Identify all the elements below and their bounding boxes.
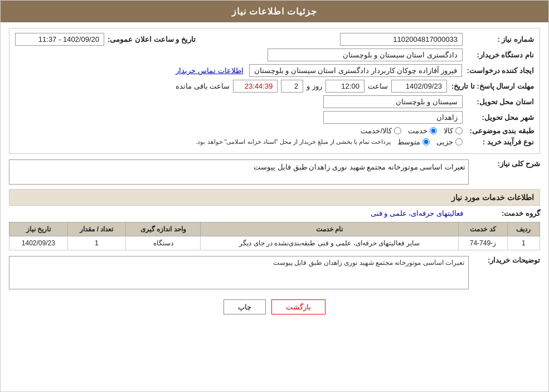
sharh-label: شرح کلی نیاز: xyxy=(473,159,540,168)
table-row: 1 ز-749-74 سایر فعالیتهای حرفه‌ای، علمی … xyxy=(9,236,540,250)
khadamat-title: اطلاعات خدمات مورد نیاز xyxy=(9,189,540,206)
dastgah-value: دادگستری استان سیستان و بلوچستان xyxy=(268,49,463,61)
ostan-value: سیستان و بلوچستان xyxy=(323,95,463,108)
col-name: نام خدمت xyxy=(201,222,459,236)
back-button[interactable]: بازگشت xyxy=(271,299,325,314)
tabaqe-row: طبقه بندی موضوعی: کالا خدمت کالا/خدمت xyxy=(15,127,534,135)
radio-kala-label: کالا xyxy=(444,127,453,135)
saat-label: ساعت xyxy=(368,82,388,90)
shomara-value: 1102004817000033 xyxy=(340,33,463,46)
radio-khedmat-input[interactable] xyxy=(430,127,437,134)
radio-kala-input[interactable] xyxy=(455,127,463,134)
main-info-section: شماره نیاز : 1102004817000033 تاریخ و سا… xyxy=(9,28,540,154)
col-code: کد خدمت xyxy=(459,222,507,236)
cell-code: ز-749-74 xyxy=(459,236,507,250)
services-table: ردیف کد خدمت نام خدمت واحد اندازه گیری ت… xyxy=(9,222,540,250)
cell-name: سایر فعالیتهای حرفه‌ای، علمی و فنی طبقه‌… xyxy=(201,236,459,250)
radio-mottaset[interactable]: متوسط xyxy=(397,138,430,146)
sharh-value: تعیرات اساسی موتورخانه مجتمع شهید نوری ز… xyxy=(9,159,469,185)
page-header: جزئیات اطلاعات نیاز xyxy=(1,1,548,22)
goroh-label: گروه خدمت: xyxy=(473,209,540,217)
tabaqe-label: طبقه بندی موضوعی: xyxy=(467,127,534,135)
shahr-label: شهر محل تحویل: xyxy=(467,113,534,122)
ostan-label: استان محل تحویل: xyxy=(467,98,534,106)
radio-mottaset-label: متوسط xyxy=(397,138,420,146)
dastgah-row: نام دستگاه خریدار: دادگستری استان سیستان… xyxy=(15,49,534,61)
cell-unit: دستگاه xyxy=(126,236,201,250)
dastgah-label: نام دستگاه خریدار: xyxy=(467,51,534,59)
print-button[interactable]: چاپ xyxy=(224,299,266,314)
shahr-row: شهر محل تحویل: زاهدان xyxy=(15,111,534,124)
tarikh-aalan-label: تاریخ و ساعت اعلان عمومی: xyxy=(108,35,196,43)
col-count: تعداد / مقدار xyxy=(67,222,126,236)
ijad-link[interactable]: اطلاعات تماس خریدار xyxy=(176,66,243,75)
button-row: بازگشت چاپ xyxy=(9,299,540,326)
services-table-section: ردیف کد خدمت نام خدمت واحد اندازه گیری ت… xyxy=(9,222,540,250)
radio-jozii-input[interactable] xyxy=(455,138,463,146)
mohlat-label: مهلت ارسال پاسخ: تا تاریخ: xyxy=(451,82,534,90)
col-date: تاریخ نیاز xyxy=(9,222,68,236)
nooe-label: نوع فرآیند خرید : xyxy=(467,138,534,146)
ijad-label: ایجاد کننده درخواست: xyxy=(467,66,534,75)
mohlat-row: مهلت ارسال پاسخ: تا تاریخ: 1402/09/23 سا… xyxy=(15,80,534,93)
rooz-value: 2 xyxy=(281,80,303,93)
nooe-row: نوع فرآیند خرید : جزیی متوسط پرداخت تمام… xyxy=(15,138,534,146)
countdown-suffix: ساعت باقی مانده xyxy=(176,82,230,90)
radio-mottaset-input[interactable] xyxy=(422,138,430,146)
cell-date: 1402/09/23 xyxy=(9,236,68,250)
nooe-options: جزیی متوسط پرداخت تمام یا بخشی از مبلغ خ… xyxy=(196,138,463,146)
col-unit: واحد اندازه گیری xyxy=(126,222,201,236)
radio-kala[interactable]: کالا xyxy=(444,127,463,135)
radio-kala-khedmat-input[interactable] xyxy=(394,127,401,134)
mohlat-group: 1402/09/23 ساعت 12:00 روز و 2 23:44:39 س… xyxy=(176,80,447,93)
tavzihat-value: تعیرات اساسی موتورخانه مجتمع شهید نوری ز… xyxy=(273,259,464,267)
page-title: جزئیات اطلاعات نیاز xyxy=(232,7,318,16)
cell-radif: 1 xyxy=(507,236,540,250)
saat-value: 12:00 xyxy=(325,80,365,93)
tavzihat-section: توضیحات خریدار: تعیرات اساسی موتورخانه م… xyxy=(9,256,540,291)
ijad-value: فیروز آقازاده چوکان کاربردار دادگستری اس… xyxy=(249,64,463,77)
radio-jozii[interactable]: جزیی xyxy=(436,138,463,146)
shomara-label: شماره نیاز : xyxy=(467,35,534,43)
cell-count: 1 xyxy=(67,236,126,250)
tavzihat-label: توضیحات خریدار: xyxy=(473,256,540,264)
radio-khedmat-label: خدمت xyxy=(408,127,427,135)
sharh-section: شرح کلی نیاز: تعیرات اساسی موتورخانه مجت… xyxy=(9,159,540,185)
shomara-row: شماره نیاز : 1102004817000033 تاریخ و سا… xyxy=(15,33,534,46)
mohlat-date: 1402/09/23 xyxy=(391,80,447,93)
nooe-description: پرداخت تمام یا بخشی از مبلغ خریدار از مح… xyxy=(196,138,391,146)
radio-khedmat[interactable]: خدمت xyxy=(408,127,437,135)
countdown-value: 23:44:39 xyxy=(233,80,278,93)
goroh-row: گروه خدمت: فعالیتهای حرفه‌ای، علمی و فنی xyxy=(9,209,540,217)
goroh-value: فعالیتهای حرفه‌ای، علمی و فنی xyxy=(371,209,463,217)
radio-kala-khedmat-label: کالا/خدمت xyxy=(361,127,392,135)
ijad-row: ایجاد کننده درخواست: فیروز آقازاده چوکان… xyxy=(15,64,534,77)
ostan-row: استان محل تحویل: سیستان و بلوچستان xyxy=(15,95,534,108)
tarikh-aalan-value: 1402/09/20 - 11:37 xyxy=(15,33,104,46)
radio-kala-khedmat[interactable]: کالا/خدمت xyxy=(361,127,401,135)
radio-jozii-label: جزیی xyxy=(436,138,453,146)
shahr-value: زاهدان xyxy=(323,111,463,124)
col-radif: ردیف xyxy=(507,222,540,236)
rooz-label: روز و xyxy=(307,82,322,90)
tabaqe-options: کالا خدمت کالا/خدمت xyxy=(361,127,463,135)
